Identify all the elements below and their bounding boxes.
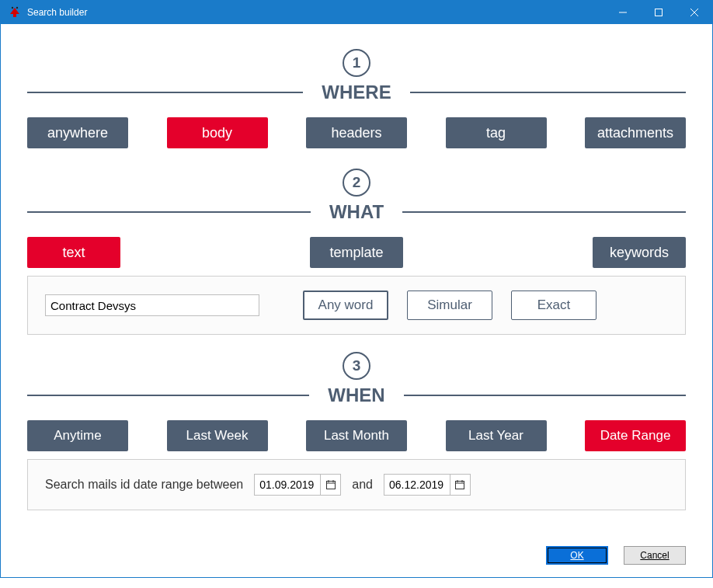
match-mode-exact[interactable]: Exact: [511, 291, 596, 320]
section-title-where: WHERE: [303, 82, 409, 103]
date-range-panel: Search mails id date range between and: [27, 459, 686, 510]
when-option-last-year[interactable]: Last Year: [446, 420, 547, 451]
window-maximize-button[interactable]: [641, 1, 676, 24]
section-header-where: WHERE: [27, 82, 686, 103]
window-title: Search builder: [27, 7, 87, 18]
svg-point-1: [12, 7, 13, 9]
step-1-number: 1: [343, 49, 370, 77]
date-to-input[interactable]: [384, 475, 450, 495]
section-title-what: WHAT: [311, 201, 402, 223]
section-header-when: WHEN: [27, 384, 686, 406]
date-from-field: [254, 474, 341, 496]
search-builder-window: Search builder 1 WHERE anywhere body hea…: [0, 0, 713, 578]
step-3-number: 3: [343, 352, 370, 380]
where-options-row: anywhere body headers tag attachments: [27, 117, 686, 148]
svg-marker-0: [10, 8, 19, 17]
match-mode-simular[interactable]: Simular: [407, 291, 492, 320]
svg-point-2: [16, 7, 18, 9]
ok-button[interactable]: OK: [546, 546, 608, 565]
svg-rect-4: [656, 9, 663, 16]
titlebar: Search builder: [1, 1, 712, 24]
section-header-what: WHAT: [27, 201, 686, 223]
what-options-row: text template keywords: [27, 237, 686, 268]
window-close-button[interactable]: [676, 1, 712, 24]
date-range-label-mid: and: [352, 478, 373, 492]
where-option-body[interactable]: body: [167, 117, 268, 148]
step-2-number: 2: [343, 169, 370, 197]
what-text-panel: Any word Simular Exact: [27, 276, 686, 335]
date-to-field: [384, 474, 471, 496]
match-mode-any-word[interactable]: Any word: [303, 291, 388, 320]
app-icon: [7, 5, 23, 20]
calendar-icon[interactable]: [320, 475, 340, 495]
date-from-input[interactable]: [255, 475, 320, 495]
where-option-anywhere[interactable]: anywhere: [27, 117, 128, 148]
window-minimize-button[interactable]: [605, 1, 641, 24]
cancel-button[interactable]: Cancel: [624, 546, 686, 565]
where-option-headers[interactable]: headers: [306, 117, 407, 148]
when-option-date-range[interactable]: Date Range: [585, 420, 686, 451]
svg-rect-7: [326, 482, 335, 489]
when-option-last-month[interactable]: Last Month: [306, 420, 407, 451]
what-option-template[interactable]: template: [310, 237, 403, 268]
where-option-tag[interactable]: tag: [446, 117, 547, 148]
search-text-input[interactable]: [45, 294, 259, 316]
calendar-icon[interactable]: [450, 475, 470, 495]
svg-rect-11: [456, 482, 464, 489]
what-option-keywords[interactable]: keywords: [593, 237, 686, 268]
section-title-when: WHEN: [309, 384, 403, 406]
when-option-last-week[interactable]: Last Week: [167, 420, 268, 451]
when-options-row: Anytime Last Week Last Month Last Year D…: [27, 420, 686, 451]
when-option-anytime[interactable]: Anytime: [27, 420, 128, 451]
where-option-attachments[interactable]: attachments: [585, 117, 686, 148]
what-option-text[interactable]: text: [27, 237, 120, 268]
dialog-footer: OK Cancel: [1, 520, 712, 577]
date-range-label-prefix: Search mails id date range between: [45, 478, 243, 492]
